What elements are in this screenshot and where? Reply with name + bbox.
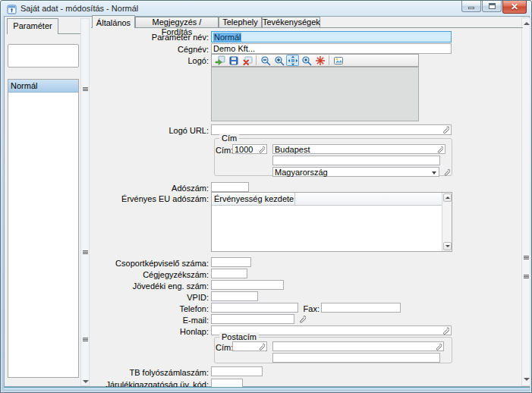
scroll-mark[interactable] [524, 256, 529, 259]
company-reg-number-input[interactable] [211, 269, 247, 278]
scroll-mark[interactable] [83, 338, 88, 341]
sidebar-tab-parameter[interactable]: Paraméter [7, 18, 58, 34]
tab-altalanos[interactable]: Általános [92, 15, 135, 28]
city-field[interactable]: Budapest [272, 144, 445, 154]
tab-tevekenysegek[interactable]: Tevékenységek [262, 17, 320, 27]
maximize-icon [489, 3, 496, 9]
zoom-fit-icon[interactable] [286, 55, 299, 66]
parameter-list[interactable]: Normál [8, 79, 79, 378]
attachment-icon[interactable] [442, 168, 451, 177]
tax-number-input[interactable] [211, 182, 249, 192]
toolbar-separator [329, 55, 329, 65]
sidebar-scrollbar[interactable] [80, 18, 90, 386]
chevron-down-icon [432, 171, 436, 174]
minimize-button[interactable] [461, 1, 481, 12]
vpid-input[interactable] [211, 291, 258, 301]
postal-street1-field[interactable] [272, 341, 444, 351]
tab-telephely[interactable]: Telephely [219, 17, 262, 27]
tab-label: Telephely [222, 17, 257, 27]
postal-address-group: Postacím Cím: [214, 337, 452, 363]
scroll-down-icon[interactable] [83, 380, 89, 383]
company-name-label: Cégnév: [92, 45, 209, 54]
scroll-up-button[interactable] [443, 193, 452, 202]
email-input[interactable] [211, 314, 294, 324]
vpid-label: VPID: [92, 293, 209, 302]
address-group: Cím Cím: 1000 Budapest Magyarország [214, 138, 452, 176]
save-image-icon[interactable] [227, 55, 240, 66]
attachment-icon[interactable] [434, 343, 442, 351]
logo-url-label: Logó URL: [92, 126, 209, 135]
eu-tax-table-header[interactable]: Érvényesség kezdete [212, 193, 442, 206]
scroll-down-icon [445, 245, 450, 247]
tab-label: Tevékenységek [263, 17, 320, 27]
window-title: Saját adat - módosítás - Normál [20, 4, 138, 13]
scroll-mark[interactable] [83, 87, 88, 91]
postal-street2-input[interactable] [272, 353, 440, 363]
excise-license-input[interactable] [211, 280, 284, 290]
scroll-mark[interactable] [524, 275, 529, 278]
header-cell-validity-start[interactable]: Érvényesség kezdete [212, 193, 295, 205]
scroll-down-icon[interactable] [524, 378, 530, 381]
scroll-down-button[interactable] [443, 242, 452, 250]
zoom-actual-icon[interactable] [300, 55, 313, 66]
scroll-mark[interactable] [83, 250, 88, 254]
close-button[interactable]: ✕ [502, 1, 527, 14]
import-image-icon[interactable] [213, 55, 226, 66]
tb-account-input[interactable] [211, 366, 263, 376]
attachment-icon[interactable] [297, 314, 306, 323]
zip-value: 1000 [235, 145, 253, 154]
table-scrollbar[interactable] [442, 193, 452, 251]
tax-number-label: Adószám: [92, 184, 209, 193]
sidebar-tab-label: Paraméter [13, 21, 52, 30]
country-value: Magyarország [275, 168, 328, 177]
group-rep-number-label: Csoportképviselő száma: [92, 259, 209, 268]
tab-label: Általános [96, 18, 131, 27]
group-rep-number-input[interactable] [211, 257, 251, 267]
attachment-icon[interactable] [257, 343, 265, 351]
main-tabline [91, 27, 523, 28]
app-window: Saját adat - módosítás - Normál ✕ Paramé… [0, 0, 532, 393]
company-name-input[interactable] [211, 43, 452, 54]
list-item-normal[interactable]: Normál [8, 80, 78, 93]
logo-preview [211, 67, 419, 121]
close-icon: ✕ [511, 2, 518, 12]
zoom-in-icon[interactable] [272, 55, 285, 66]
country-combo[interactable]: Magyarország [272, 167, 439, 177]
phone-input[interactable] [211, 303, 298, 313]
email-label: E-mail: [92, 316, 209, 325]
minimize-icon [468, 7, 474, 9]
tb-account-label: TB folyószámlaszám: [92, 368, 209, 377]
attachment-icon[interactable] [441, 126, 449, 134]
logo-url-field[interactable] [211, 124, 452, 135]
window-bottom-border [4, 387, 530, 391]
scroll-up-icon [445, 196, 450, 199]
zip-field[interactable]: 1000 [232, 144, 267, 154]
attachment-icon[interactable] [257, 146, 265, 153]
zoom-out-icon[interactable] [259, 55, 272, 66]
eu-tax-label: Érvényes EU adószám: [92, 194, 209, 203]
delete-image-icon[interactable] [241, 55, 253, 66]
scroll-up-icon[interactable] [524, 22, 530, 25]
postal-row-label: Cím: [216, 343, 231, 352]
postal-zip-field[interactable] [232, 341, 267, 351]
toolbar-separator [256, 55, 257, 65]
zoom-select-icon[interactable] [313, 55, 326, 66]
street-input[interactable] [272, 156, 440, 165]
eu-tax-table[interactable]: Érvényesség kezdete [211, 192, 452, 252]
main-scrollbar[interactable] [521, 17, 530, 386]
parameter-name-field[interactable]: Normál [211, 31, 452, 42]
address-group-legend: Cím [219, 134, 239, 143]
maximize-button[interactable] [482, 1, 502, 12]
website-label: Honlap: [92, 327, 209, 336]
excise-license-label: Jövedéki eng. szám: [92, 281, 209, 291]
selected-text: Normál [213, 33, 241, 42]
attachment-icon[interactable] [436, 146, 443, 153]
logo-label: Logó: [92, 56, 209, 65]
preview-icon[interactable] [332, 55, 345, 66]
tab-megjegyzes-forditas[interactable]: Megjegyzés / Fordítás [135, 17, 219, 27]
sidebar-filter-input[interactable] [8, 44, 79, 68]
fax-input[interactable] [321, 303, 401, 313]
attachment-icon[interactable] [441, 326, 449, 335]
phone-label: Telefon: [92, 304, 209, 313]
company-reg-number-label: Cégjegyzékszám: [92, 270, 209, 279]
